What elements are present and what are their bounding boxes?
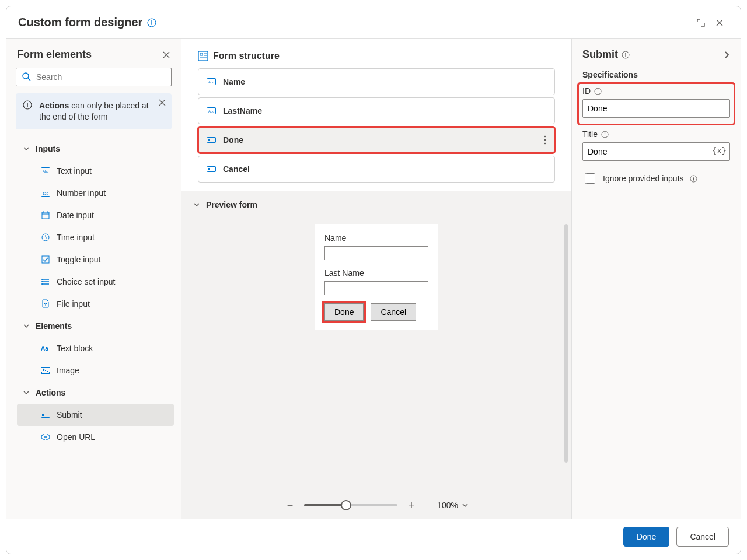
svg-point-55 bbox=[693, 177, 693, 177]
chevron-down-icon bbox=[23, 323, 30, 330]
preview-panel: Preview form Name Last Name Done Cancel bbox=[181, 191, 571, 519]
svg-rect-47 bbox=[625, 54, 626, 57]
props-heading: Submit bbox=[582, 48, 618, 61]
time-input-icon bbox=[40, 233, 51, 242]
category-actions[interactable]: Actions bbox=[17, 382, 174, 404]
form-structure: Form structure Abc Name Abc LastName Don… bbox=[181, 39, 571, 191]
title-input[interactable] bbox=[582, 142, 730, 161]
svg-point-49 bbox=[598, 89, 598, 90]
structure-card-lastname[interactable]: Abc LastName bbox=[198, 97, 555, 124]
file-input-icon bbox=[40, 299, 51, 308]
structure-card-name[interactable]: Abc Name bbox=[198, 68, 555, 95]
item-image[interactable]: Image bbox=[17, 359, 174, 382]
preview-input-lastname[interactable] bbox=[324, 281, 428, 295]
category-label: Inputs bbox=[36, 144, 60, 153]
svg-text:123: 123 bbox=[43, 191, 49, 195]
preview-input-name[interactable] bbox=[324, 246, 428, 260]
zoom-value: 100% bbox=[437, 501, 458, 510]
token-picker-icon[interactable]: {x} bbox=[712, 146, 727, 155]
structure-card-done[interactable]: Done bbox=[198, 127, 555, 153]
done-button[interactable]: Done bbox=[623, 527, 669, 547]
item-label: Open URL bbox=[57, 432, 95, 442]
item-label: Toggle input bbox=[57, 255, 101, 264]
image-icon bbox=[40, 367, 51, 374]
sidebar-heading: Form elements bbox=[17, 48, 92, 61]
item-toggle-input[interactable]: Toggle input bbox=[17, 249, 174, 271]
fullscreen-icon[interactable] bbox=[692, 13, 710, 32]
preview-done-button[interactable]: Done bbox=[324, 303, 364, 321]
item-text-input[interactable]: AbcText input bbox=[17, 160, 174, 182]
svg-point-22 bbox=[41, 281, 43, 282]
chevron-right-icon[interactable] bbox=[723, 50, 730, 60]
chevron-down-icon[interactable] bbox=[462, 502, 469, 509]
close-icon[interactable] bbox=[710, 13, 729, 32]
more-icon[interactable] bbox=[544, 135, 546, 145]
item-label: Date input bbox=[57, 211, 94, 220]
svg-text:Abc: Abc bbox=[208, 80, 214, 84]
properties-panel: Submit Specifications ID Title {x} bbox=[571, 39, 741, 519]
svg-rect-2 bbox=[152, 22, 152, 24]
svg-rect-12 bbox=[42, 212, 49, 219]
chevron-down-icon bbox=[193, 201, 200, 208]
notice-info-icon bbox=[23, 100, 32, 110]
item-open-url[interactable]: Open URL bbox=[17, 426, 174, 448]
item-choice-set-input[interactable]: Choice set input bbox=[17, 271, 174, 293]
item-file-input[interactable]: File input bbox=[17, 293, 174, 315]
zoom-slider[interactable] bbox=[304, 499, 397, 511]
item-text-block[interactable]: AaText block bbox=[17, 337, 174, 359]
center-pane: Form structure Abc Name Abc LastName Don… bbox=[181, 39, 571, 519]
id-label: ID bbox=[582, 86, 591, 96]
item-time-input[interactable]: Time input bbox=[17, 226, 174, 249]
info-icon[interactable] bbox=[601, 131, 609, 138]
sidebar-close-icon[interactable] bbox=[162, 51, 170, 59]
dialog-footer: Done Cancel bbox=[6, 519, 741, 554]
form-designer-dialog: Custom form designer Form elements bbox=[6, 6, 741, 554]
item-label: Choice set input bbox=[57, 277, 115, 286]
notice-strong: Actions bbox=[39, 101, 69, 110]
svg-point-41 bbox=[544, 139, 546, 141]
svg-text:Abc: Abc bbox=[43, 169, 48, 173]
svg-rect-29 bbox=[198, 51, 208, 61]
card-label: Done bbox=[223, 135, 243, 145]
card-label: LastName bbox=[223, 106, 262, 116]
item-date-input[interactable]: Date input bbox=[17, 204, 174, 226]
svg-rect-39 bbox=[208, 139, 210, 141]
info-icon[interactable] bbox=[594, 88, 602, 95]
category-inputs[interactable]: Inputs bbox=[17, 138, 174, 160]
svg-point-40 bbox=[544, 136, 546, 138]
preview-cancel-button[interactable]: Cancel bbox=[371, 303, 416, 321]
notice-close-icon[interactable] bbox=[159, 99, 166, 106]
id-input[interactable] bbox=[582, 99, 730, 118]
dialog-title: Custom form designer bbox=[18, 16, 142, 29]
cancel-button[interactable]: Cancel bbox=[676, 527, 729, 547]
structure-card-cancel[interactable]: Cancel bbox=[198, 156, 555, 183]
info-icon[interactable] bbox=[622, 51, 630, 59]
info-icon[interactable] bbox=[690, 175, 697, 183]
svg-rect-53 bbox=[605, 134, 605, 136]
notice-box: Actions can only be placed at the end of… bbox=[16, 93, 172, 130]
svg-rect-44 bbox=[208, 168, 210, 170]
preview-heading[interactable]: Preview form bbox=[181, 191, 571, 218]
item-label: Image bbox=[57, 366, 79, 375]
svg-point-23 bbox=[41, 284, 43, 285]
zoom-out-icon[interactable]: − bbox=[284, 499, 296, 512]
item-label: File input bbox=[57, 299, 90, 309]
preview-scrollbar[interactable] bbox=[564, 224, 568, 463]
element-tree: Inputs AbcText input 123Number input Dat… bbox=[13, 138, 174, 519]
preview-label-lastname: Last Name bbox=[324, 268, 428, 278]
open-url-icon bbox=[40, 434, 51, 440]
svg-point-1 bbox=[151, 20, 152, 22]
info-icon[interactable] bbox=[147, 18, 156, 27]
text-input-icon: Abc bbox=[40, 167, 51, 174]
zoom-in-icon[interactable]: + bbox=[406, 499, 417, 512]
search-input[interactable] bbox=[16, 68, 172, 86]
svg-point-42 bbox=[544, 143, 546, 145]
ignore-inputs-checkbox[interactable] bbox=[585, 173, 595, 184]
ignore-inputs-label: Ignore provided inputs bbox=[603, 174, 684, 183]
category-elements[interactable]: Elements bbox=[17, 315, 174, 337]
item-submit[interactable]: Submit bbox=[17, 404, 174, 426]
svg-point-52 bbox=[605, 132, 605, 133]
text-input-icon: Abc bbox=[207, 107, 216, 114]
chevron-down-icon bbox=[23, 389, 30, 396]
item-number-input[interactable]: 123Number input bbox=[17, 182, 174, 204]
